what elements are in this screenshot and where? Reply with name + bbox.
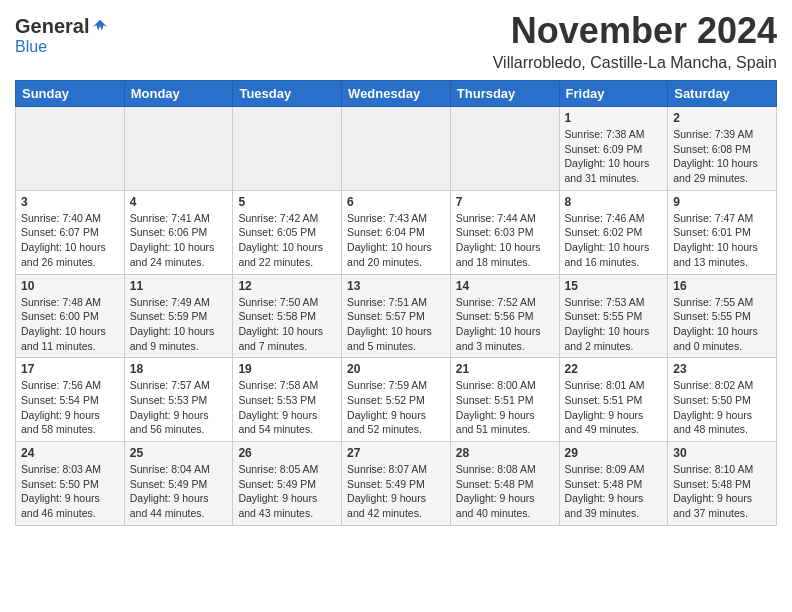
calendar-cell: 24Sunrise: 8:03 AM Sunset: 5:50 PM Dayli… <box>16 442 125 526</box>
calendar-cell: 17Sunrise: 7:56 AM Sunset: 5:54 PM Dayli… <box>16 358 125 442</box>
calendar-cell: 6Sunrise: 7:43 AM Sunset: 6:04 PM Daylig… <box>342 190 451 274</box>
day-info: Sunrise: 7:42 AM Sunset: 6:05 PM Dayligh… <box>238 211 336 270</box>
calendar-cell: 16Sunrise: 7:55 AM Sunset: 5:55 PM Dayli… <box>668 274 777 358</box>
weekday-header-friday: Friday <box>559 81 668 107</box>
day-info: Sunrise: 7:48 AM Sunset: 6:00 PM Dayligh… <box>21 295 119 354</box>
day-number: 14 <box>456 279 554 293</box>
day-info: Sunrise: 8:05 AM Sunset: 5:49 PM Dayligh… <box>238 462 336 521</box>
day-info: Sunrise: 7:55 AM Sunset: 5:55 PM Dayligh… <box>673 295 771 354</box>
day-number: 27 <box>347 446 445 460</box>
day-info: Sunrise: 7:56 AM Sunset: 5:54 PM Dayligh… <box>21 378 119 437</box>
calendar-cell: 30Sunrise: 8:10 AM Sunset: 5:48 PM Dayli… <box>668 442 777 526</box>
day-info: Sunrise: 7:53 AM Sunset: 5:55 PM Dayligh… <box>565 295 663 354</box>
logo-bird-icon <box>91 18 109 36</box>
calendar-cell: 29Sunrise: 8:09 AM Sunset: 5:48 PM Dayli… <box>559 442 668 526</box>
day-info: Sunrise: 8:04 AM Sunset: 5:49 PM Dayligh… <box>130 462 228 521</box>
day-info: Sunrise: 8:07 AM Sunset: 5:49 PM Dayligh… <box>347 462 445 521</box>
day-info: Sunrise: 7:51 AM Sunset: 5:57 PM Dayligh… <box>347 295 445 354</box>
day-number: 28 <box>456 446 554 460</box>
calendar-week-2: 3Sunrise: 7:40 AM Sunset: 6:07 PM Daylig… <box>16 190 777 274</box>
day-info: Sunrise: 7:52 AM Sunset: 5:56 PM Dayligh… <box>456 295 554 354</box>
calendar-cell: 8Sunrise: 7:46 AM Sunset: 6:02 PM Daylig… <box>559 190 668 274</box>
day-number: 6 <box>347 195 445 209</box>
day-info: Sunrise: 7:39 AM Sunset: 6:08 PM Dayligh… <box>673 127 771 186</box>
calendar-cell <box>16 107 125 191</box>
day-info: Sunrise: 7:47 AM Sunset: 6:01 PM Dayligh… <box>673 211 771 270</box>
calendar-cell: 10Sunrise: 7:48 AM Sunset: 6:00 PM Dayli… <box>16 274 125 358</box>
day-number: 9 <box>673 195 771 209</box>
logo: General Blue <box>15 15 109 56</box>
day-info: Sunrise: 7:59 AM Sunset: 5:52 PM Dayligh… <box>347 378 445 437</box>
calendar-cell: 11Sunrise: 7:49 AM Sunset: 5:59 PM Dayli… <box>124 274 233 358</box>
calendar-cell: 1Sunrise: 7:38 AM Sunset: 6:09 PM Daylig… <box>559 107 668 191</box>
day-number: 25 <box>130 446 228 460</box>
day-info: Sunrise: 7:44 AM Sunset: 6:03 PM Dayligh… <box>456 211 554 270</box>
day-number: 15 <box>565 279 663 293</box>
calendar-table: SundayMondayTuesdayWednesdayThursdayFrid… <box>15 80 777 526</box>
calendar-cell: 4Sunrise: 7:41 AM Sunset: 6:06 PM Daylig… <box>124 190 233 274</box>
day-info: Sunrise: 7:50 AM Sunset: 5:58 PM Dayligh… <box>238 295 336 354</box>
calendar-cell <box>233 107 342 191</box>
day-info: Sunrise: 8:09 AM Sunset: 5:48 PM Dayligh… <box>565 462 663 521</box>
day-info: Sunrise: 8:01 AM Sunset: 5:51 PM Dayligh… <box>565 378 663 437</box>
day-number: 18 <box>130 362 228 376</box>
day-info: Sunrise: 7:49 AM Sunset: 5:59 PM Dayligh… <box>130 295 228 354</box>
day-number: 26 <box>238 446 336 460</box>
calendar-cell <box>450 107 559 191</box>
day-number: 16 <box>673 279 771 293</box>
day-number: 29 <box>565 446 663 460</box>
calendar-cell: 7Sunrise: 7:44 AM Sunset: 6:03 PM Daylig… <box>450 190 559 274</box>
day-info: Sunrise: 7:43 AM Sunset: 6:04 PM Dayligh… <box>347 211 445 270</box>
day-info: Sunrise: 7:46 AM Sunset: 6:02 PM Dayligh… <box>565 211 663 270</box>
weekday-header-sunday: Sunday <box>16 81 125 107</box>
day-number: 12 <box>238 279 336 293</box>
calendar-cell: 2Sunrise: 7:39 AM Sunset: 6:08 PM Daylig… <box>668 107 777 191</box>
day-number: 17 <box>21 362 119 376</box>
calendar-cell <box>124 107 233 191</box>
day-number: 22 <box>565 362 663 376</box>
day-number: 8 <box>565 195 663 209</box>
day-number: 10 <box>21 279 119 293</box>
day-info: Sunrise: 7:57 AM Sunset: 5:53 PM Dayligh… <box>130 378 228 437</box>
day-info: Sunrise: 8:02 AM Sunset: 5:50 PM Dayligh… <box>673 378 771 437</box>
month-title: November 2024 <box>493 10 777 52</box>
day-number: 2 <box>673 111 771 125</box>
logo-general-text: General <box>15 15 89 38</box>
location-title: Villarrobledo, Castille-La Mancha, Spain <box>493 54 777 72</box>
calendar-cell: 28Sunrise: 8:08 AM Sunset: 5:48 PM Dayli… <box>450 442 559 526</box>
day-number: 20 <box>347 362 445 376</box>
day-number: 7 <box>456 195 554 209</box>
calendar-cell: 27Sunrise: 8:07 AM Sunset: 5:49 PM Dayli… <box>342 442 451 526</box>
calendar-cell: 14Sunrise: 7:52 AM Sunset: 5:56 PM Dayli… <box>450 274 559 358</box>
calendar-cell: 20Sunrise: 7:59 AM Sunset: 5:52 PM Dayli… <box>342 358 451 442</box>
day-number: 23 <box>673 362 771 376</box>
logo-blue-text: Blue <box>15 38 47 55</box>
day-info: Sunrise: 8:08 AM Sunset: 5:48 PM Dayligh… <box>456 462 554 521</box>
weekday-header-monday: Monday <box>124 81 233 107</box>
calendar-week-1: 1Sunrise: 7:38 AM Sunset: 6:09 PM Daylig… <box>16 107 777 191</box>
day-number: 19 <box>238 362 336 376</box>
calendar-cell <box>342 107 451 191</box>
weekday-header-wednesday: Wednesday <box>342 81 451 107</box>
day-number: 21 <box>456 362 554 376</box>
day-info: Sunrise: 8:03 AM Sunset: 5:50 PM Dayligh… <box>21 462 119 521</box>
calendar-cell: 9Sunrise: 7:47 AM Sunset: 6:01 PM Daylig… <box>668 190 777 274</box>
calendar-cell: 21Sunrise: 8:00 AM Sunset: 5:51 PM Dayli… <box>450 358 559 442</box>
day-number: 30 <box>673 446 771 460</box>
day-number: 24 <box>21 446 119 460</box>
title-area: November 2024 Villarrobledo, Castille-La… <box>493 10 777 72</box>
day-number: 1 <box>565 111 663 125</box>
day-number: 3 <box>21 195 119 209</box>
svg-marker-0 <box>93 20 107 31</box>
calendar-cell: 23Sunrise: 8:02 AM Sunset: 5:50 PM Dayli… <box>668 358 777 442</box>
calendar-week-3: 10Sunrise: 7:48 AM Sunset: 6:00 PM Dayli… <box>16 274 777 358</box>
day-info: Sunrise: 7:40 AM Sunset: 6:07 PM Dayligh… <box>21 211 119 270</box>
calendar-cell: 26Sunrise: 8:05 AM Sunset: 5:49 PM Dayli… <box>233 442 342 526</box>
day-info: Sunrise: 7:38 AM Sunset: 6:09 PM Dayligh… <box>565 127 663 186</box>
day-number: 11 <box>130 279 228 293</box>
day-number: 13 <box>347 279 445 293</box>
calendar-week-5: 24Sunrise: 8:03 AM Sunset: 5:50 PM Dayli… <box>16 442 777 526</box>
calendar-cell: 25Sunrise: 8:04 AM Sunset: 5:49 PM Dayli… <box>124 442 233 526</box>
day-info: Sunrise: 8:00 AM Sunset: 5:51 PM Dayligh… <box>456 378 554 437</box>
calendar-cell: 19Sunrise: 7:58 AM Sunset: 5:53 PM Dayli… <box>233 358 342 442</box>
